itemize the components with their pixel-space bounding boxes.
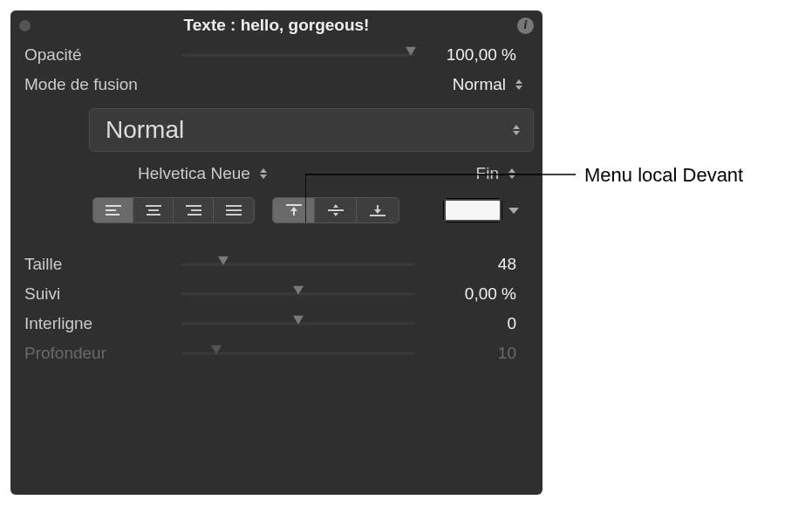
font-weight-value: Fin	[476, 164, 499, 183]
formatting-toolbar	[10, 188, 542, 232]
size-slider[interactable]	[181, 257, 415, 271]
svg-marker-30	[508, 208, 519, 214]
close-button[interactable]	[19, 20, 31, 31]
tracking-value[interactable]: 0,00 %	[415, 284, 529, 304]
align-center-button[interactable]	[133, 198, 174, 222]
svg-marker-33	[293, 316, 304, 325]
panel-title: Texte : hello, gorgeous!	[10, 16, 542, 35]
leading-slider[interactable]	[181, 317, 415, 331]
leading-value[interactable]: 0	[415, 314, 529, 333]
font-family-dropdown[interactable]: Helvetica Neue	[138, 164, 268, 183]
svg-marker-24	[333, 204, 338, 208]
font-weight-dropdown[interactable]: Fin	[476, 164, 516, 183]
align-right-button[interactable]	[174, 198, 214, 222]
svg-marker-7	[508, 168, 515, 173]
opacity-value[interactable]: 100,00 %	[415, 45, 529, 65]
svg-marker-28	[374, 209, 381, 214]
opacity-row: Opacité 100,00 %	[10, 40, 542, 70]
valign-middle-button[interactable]	[315, 198, 357, 222]
svg-marker-32	[293, 286, 304, 295]
svg-marker-6	[260, 175, 267, 179]
svg-marker-26	[333, 213, 338, 216]
titlebar: Texte : hello, gorgeous! i	[10, 10, 542, 40]
blend-mode-value: Normal	[453, 75, 506, 94]
vertical-align-group	[272, 197, 399, 223]
preset-row: Normal	[10, 99, 542, 159]
leading-row: Interligne 0	[10, 309, 542, 339]
svg-marker-8	[508, 175, 515, 179]
opacity-slider[interactable]	[181, 48, 415, 62]
tracking-label: Suivi	[24, 284, 181, 304]
leading-label: Interligne	[24, 314, 181, 333]
valign-top-button[interactable]	[273, 198, 315, 222]
blend-mode-dropdown[interactable]: Normal	[453, 75, 523, 94]
tracking-slider[interactable]	[181, 287, 415, 301]
horizontal-align-group	[92, 197, 255, 223]
svg-marker-2	[515, 86, 522, 90]
svg-marker-3	[513, 125, 520, 129]
info-icon[interactable]: i	[517, 17, 534, 34]
text-color-well[interactable]	[443, 198, 502, 222]
chevron-updown-icon	[259, 168, 268, 180]
opacity-label: Opacité	[24, 45, 181, 65]
depth-value: 10	[415, 344, 529, 363]
svg-marker-31	[218, 257, 229, 265]
blend-mode-label: Mode de fusion	[24, 75, 181, 94]
depth-row: Profondeur 10	[10, 339, 542, 368]
font-row: Helvetica Neue Fin	[10, 159, 542, 188]
chevron-updown-icon	[508, 168, 516, 180]
preset-dropdown[interactable]: Normal	[89, 108, 534, 152]
font-family-value: Helvetica Neue	[138, 164, 250, 183]
chevron-updown-icon	[512, 124, 521, 136]
text-inspector-panel: Texte : hello, gorgeous! i Opacité 100,0…	[10, 10, 542, 495]
callout-label: Menu local Devant	[584, 164, 743, 187]
blend-mode-row: Mode de fusion Normal	[10, 70, 542, 99]
depth-label: Profondeur	[24, 344, 181, 363]
svg-marker-1	[515, 79, 522, 84]
size-label: Taille	[24, 255, 181, 274]
size-value[interactable]: 48	[415, 255, 529, 274]
depth-slider	[181, 346, 415, 360]
preset-value: Normal	[106, 116, 184, 144]
svg-marker-4	[513, 131, 520, 135]
align-justify-button[interactable]	[214, 198, 254, 222]
svg-marker-34	[211, 346, 222, 354]
align-left-button[interactable]	[93, 198, 133, 222]
chevron-updown-icon	[515, 79, 523, 91]
svg-marker-5	[260, 168, 267, 173]
tracking-row: Suivi 0,00 %	[10, 279, 542, 309]
svg-marker-0	[406, 47, 416, 56]
color-options-dropdown[interactable]	[508, 206, 520, 215]
valign-bottom-button[interactable]	[357, 198, 399, 222]
size-row: Taille 48	[10, 250, 542, 279]
